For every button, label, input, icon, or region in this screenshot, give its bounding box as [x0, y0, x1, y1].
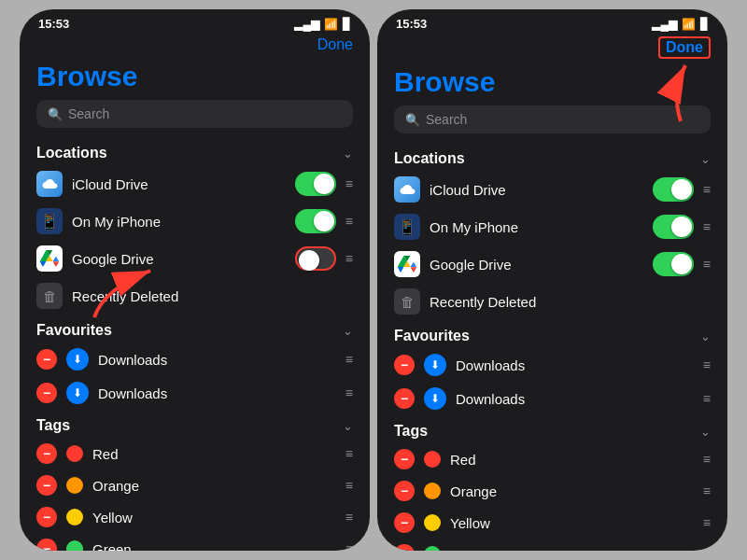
myiphone-item-2: 📱 On My iPhone ≡ [377, 208, 727, 245]
gdrive-item-1: Google Drive ≡ [20, 240, 370, 277]
downloads-label-1b: Downloads [98, 385, 336, 401]
tag-red-reorder-1: ≡ [345, 447, 353, 460]
tag-yellow-minus-1: − [36, 507, 57, 527]
browse-title-1: Browse [20, 57, 370, 100]
icloud-toggle-1[interactable] [295, 172, 336, 196]
icloud-toggle-2[interactable] [653, 177, 694, 202]
myiphone-toggle-thumb-2 [671, 217, 692, 237]
icloud-label-2: iCloud Drive [430, 182, 643, 198]
panel-2: 15:53 ▂▄▆ 📶 ▊ Done Browse 🔍 Search Locat… [377, 9, 727, 551]
deleted-icon-2: 🗑 [394, 288, 420, 315]
signal-icon-2: ▂▄▆ [652, 18, 677, 31]
search-placeholder-1: Search [68, 106, 109, 121]
tag-red-minus-1: − [36, 443, 57, 464]
tag-green-reorder-1: ≡ [345, 542, 353, 551]
favourites-header-1: Favourites ⌄ [20, 315, 370, 343]
done-button-1[interactable]: Done [317, 36, 353, 53]
myiphone-icon-2: 📱 [394, 214, 420, 240]
tag-yellow-label-2: Yellow [450, 515, 694, 531]
deleted-label-1: Recently Deleted [72, 288, 353, 304]
favourites-title-2: Favourites [394, 328, 470, 344]
tag-orange-reorder-1: ≡ [345, 479, 353, 492]
downloads-icon-1b: ⬇ [66, 382, 89, 404]
icloud-toggle-thumb-1 [314, 174, 334, 194]
gdrive-toggle-1[interactable] [295, 246, 336, 271]
tag-green-label-1: Green [92, 541, 336, 552]
tag-green-dot-1 [66, 540, 83, 551]
favourites-header-2: Favourites ⌄ [377, 320, 727, 348]
downloads-item-1a: − ⬇ Downloads ≡ [20, 343, 370, 376]
icloud-item-1: iCloud Drive ≡ [20, 165, 370, 203]
gdrive-label-1: Google Drive [72, 251, 286, 267]
tag-red-label-2: Red [450, 452, 694, 468]
myiphone-toggle-1[interactable] [295, 209, 336, 233]
icloud-icon-1 [36, 171, 63, 197]
tag-yellow-2: − Yellow ≡ [377, 507, 727, 539]
deleted-item-1: 🗑 Recently Deleted [20, 277, 370, 315]
tags-title-1: Tags [36, 417, 70, 434]
deleted-icon-1: 🗑 [36, 283, 63, 309]
locations-title-1: Locations [36, 145, 107, 161]
gdrive-toggle-2[interactable] [653, 252, 694, 276]
phone-screen-1: 15:53 ▂▄▆ 📶 ▊ Done Browse 🔍 Search Locat… [20, 9, 370, 551]
tag-yellow-minus-2: − [394, 512, 415, 533]
downloads-label-2b: Downloads [456, 391, 694, 407]
tag-green-label-2: Green [450, 547, 694, 552]
tag-red-2: − Red ≡ [377, 443, 727, 475]
gdrive-toggle-thumb-2 [671, 254, 692, 274]
downloads-reorder-2b: ≡ [703, 392, 711, 405]
gdrive-icon-2 [394, 251, 420, 277]
deleted-item-2: 🗑 Recently Deleted [377, 283, 727, 320]
search-placeholder-2: Search [426, 112, 467, 127]
myiphone-item-1: 📱 On My iPhone ≡ [20, 203, 370, 240]
tag-orange-label-1: Orange [92, 478, 336, 494]
tag-green-2: − Green ≡ [377, 539, 727, 551]
status-icons-2: ▂▄▆ 📶 ▊ [652, 18, 709, 31]
icloud-icon-2 [394, 176, 420, 203]
downloads-item-2b: − ⬇ Downloads ≡ [377, 382, 727, 415]
search-bar-1[interactable]: 🔍 Search [36, 100, 353, 128]
icloud-reorder-2: ≡ [703, 183, 711, 196]
downloads-red-dot-1a: − [36, 349, 57, 370]
locations-header-1: Locations ⌄ [20, 137, 370, 165]
gdrive-reorder-1: ≡ [345, 252, 353, 265]
favourites-chevron-1: ⌄ [343, 324, 353, 338]
search-bar-2[interactable]: 🔍 Search [394, 105, 711, 133]
status-bar-2: 15:53 ▂▄▆ 📶 ▊ [377, 9, 727, 35]
tag-red-1: − Red ≡ [20, 438, 370, 469]
favourites-chevron-2: ⌄ [700, 329, 711, 343]
tag-red-label-1: Red [92, 446, 336, 462]
myiphone-label-2: On My iPhone [430, 219, 643, 235]
panel-1: 15:53 ▂▄▆ 📶 ▊ Done Browse 🔍 Search Locat… [20, 9, 370, 551]
myiphone-toggle-2[interactable] [653, 215, 694, 239]
tag-orange-label-2: Orange [450, 483, 694, 499]
tag-orange-minus-2: − [394, 481, 415, 501]
myiphone-icon-1: 📱 [36, 208, 63, 234]
locations-chevron-2: ⌄ [700, 152, 711, 166]
tag-orange-dot-1 [66, 477, 83, 494]
status-icons-1: ▂▄▆ 📶 ▊ [294, 18, 351, 31]
downloads-reorder-2a: ≡ [703, 358, 711, 371]
tag-red-minus-2: − [394, 449, 415, 469]
locations-chevron-1: ⌄ [343, 147, 353, 161]
downloads-icon-2b: ⬇ [424, 387, 446, 410]
downloads-label-2a: Downloads [456, 357, 694, 373]
top-bar-1: Done [20, 35, 370, 57]
myiphone-label-1: On My iPhone [72, 214, 286, 230]
gdrive-label-2: Google Drive [430, 257, 643, 273]
browse-title-2: Browse [377, 63, 727, 105]
icloud-label-1: iCloud Drive [72, 176, 286, 192]
time-1: 15:53 [38, 17, 69, 31]
search-icon-2: 🔍 [405, 113, 420, 127]
icloud-reorder-1: ≡ [345, 177, 353, 190]
done-button-2[interactable]: Done [658, 36, 711, 59]
downloads-reorder-1a: ≡ [345, 353, 353, 366]
downloads-reorder-1b: ≡ [345, 386, 353, 399]
tag-red-reorder-2: ≡ [703, 453, 711, 466]
tag-orange-1: − Orange ≡ [20, 469, 370, 501]
time-2: 15:53 [396, 17, 427, 31]
downloads-red-dot-1b: − [36, 383, 57, 403]
tag-orange-dot-2 [424, 483, 441, 499]
search-icon-1: 🔍 [48, 107, 63, 121]
wifi-icon: 📶 [324, 18, 338, 31]
